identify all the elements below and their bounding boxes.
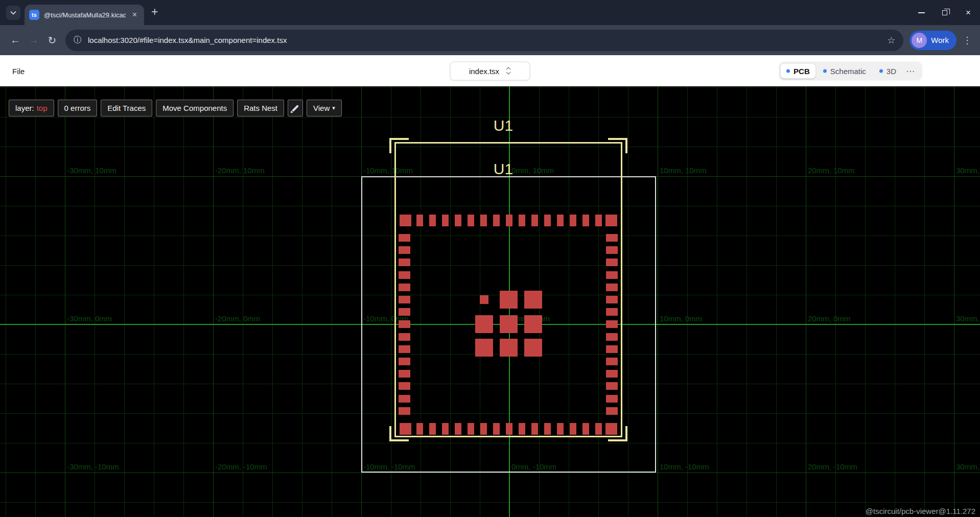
toolbar-button-move-components[interactable]: Move Components [156,100,234,116]
smt-pad[interactable] [519,423,525,435]
smt-pad[interactable] [582,423,589,435]
view-tab-3d[interactable]: 3D [874,63,902,78]
back-button[interactable]: ← [6,31,25,50]
smt-pad[interactable] [429,423,436,435]
smt-pad[interactable] [606,234,618,242]
reload-button[interactable]: ↻ [43,31,61,50]
pcb-canvas[interactable]: -30mm, 10mm-20mm, 10mm-10mm, 10mm0mm, 10… [0,86,980,517]
smt-pad[interactable] [506,423,512,435]
window-minimize-button[interactable] [909,0,933,25]
smt-pad[interactable] [595,423,602,435]
window-restore-button[interactable] [933,0,956,25]
smt-pad[interactable] [442,215,449,226]
smt-pad[interactable] [557,423,564,435]
smt-pad[interactable] [606,345,618,353]
smt-pad[interactable] [480,295,488,304]
smt-pad[interactable] [480,423,487,435]
smt-pad[interactable] [455,423,461,435]
smt-pad[interactable] [399,284,410,291]
smt-pad[interactable] [493,423,500,435]
toolbar-button-edit-traces[interactable]: Edit Traces [101,100,152,116]
tab-search-button[interactable] [6,6,20,20]
smt-pad[interactable] [524,291,542,309]
smt-pad[interactable] [416,215,423,226]
smt-pad[interactable] [531,423,538,435]
smt-pad[interactable] [582,215,589,226]
smt-pad[interactable] [606,284,618,291]
smt-pad[interactable] [500,315,518,333]
browser-tab[interactable]: ts @tsci/MustafaMulla29.kicad-lib × [25,5,144,25]
smt-pad[interactable] [524,315,542,333]
smt-pad[interactable] [399,333,410,341]
smt-pad[interactable] [399,358,410,365]
view-tab-pcb[interactable]: PCB [781,63,815,78]
smt-pad[interactable] [570,215,576,226]
smt-pad[interactable] [606,320,618,328]
layer-button[interactable]: layer: top [9,100,54,116]
smt-pad[interactable] [399,382,410,390]
smt-pad[interactable] [475,315,493,333]
window-close-button[interactable]: × [956,0,980,25]
smt-pad[interactable] [399,407,410,415]
smt-pad[interactable] [500,339,518,357]
smt-pad[interactable] [606,271,618,279]
smt-pad[interactable] [468,215,474,226]
smt-pad[interactable] [544,423,551,435]
view-tab-schematic[interactable]: Schematic [818,63,872,78]
tab-close-icon[interactable]: × [130,10,139,20]
more-options-button[interactable]: ⋯ [904,65,920,76]
smt-pad[interactable] [570,423,576,435]
view-menu-button[interactable]: View ▾ [307,100,342,116]
smt-pad[interactable] [606,258,618,266]
smt-pad[interactable] [493,215,500,226]
smt-pad[interactable] [500,291,518,309]
smt-pad[interactable] [606,296,618,303]
smt-pad[interactable] [399,296,410,303]
toolbar-button-rats-nest[interactable]: Rats Nest [237,100,284,116]
smt-pad[interactable] [531,215,538,226]
smt-pad[interactable] [429,215,436,226]
edit-silkscreen-button[interactable] [288,100,303,116]
smt-pad[interactable] [606,395,618,403]
file-selector[interactable]: index.tsx [450,61,530,80]
smt-pad[interactable] [399,395,410,403]
smt-pad[interactable] [544,215,551,226]
smt-pad[interactable] [605,215,617,226]
smt-pad[interactable] [524,339,542,357]
toolbar-button-0-errors[interactable]: 0 errors [58,100,98,116]
url-bar[interactable]: ⓘ localhost:3020/#file=index.tsx&main_co… [65,30,903,51]
smt-pad[interactable] [416,423,423,435]
browser-menu-icon[interactable]: ⋮ [961,35,974,46]
smt-pad[interactable] [606,382,618,390]
smt-pad[interactable] [606,308,618,316]
smt-pad[interactable] [468,423,474,435]
new-tab-button[interactable]: + [151,6,158,18]
smt-pad[interactable] [399,271,410,279]
profile-chip[interactable]: M Work [909,31,956,50]
site-info-icon[interactable]: ⓘ [74,35,82,45]
bookmark-star-icon[interactable]: ☆ [887,35,895,46]
smt-pad[interactable] [455,215,461,226]
smt-pad[interactable] [506,215,512,226]
file-menu[interactable]: File [12,66,25,75]
smt-pad[interactable] [606,333,618,341]
smt-pad[interactable] [606,407,618,415]
smt-pad[interactable] [606,358,618,365]
smt-pad[interactable] [475,339,493,357]
smt-pad[interactable] [399,320,410,328]
smt-pad[interactable] [400,215,411,226]
smt-pad[interactable] [400,423,411,435]
smt-pad[interactable] [557,215,564,226]
smt-pad[interactable] [399,258,410,266]
smt-pad[interactable] [442,423,449,435]
smt-pad[interactable] [399,345,410,353]
smt-pad[interactable] [595,215,602,226]
smt-pad[interactable] [519,215,525,226]
smt-pad[interactable] [606,246,618,254]
smt-pad[interactable] [399,246,410,254]
smt-pad[interactable] [399,234,410,242]
smt-pad[interactable] [399,308,410,316]
smt-pad[interactable] [399,370,410,378]
forward-button[interactable]: → [25,31,43,50]
smt-pad[interactable] [605,423,617,435]
